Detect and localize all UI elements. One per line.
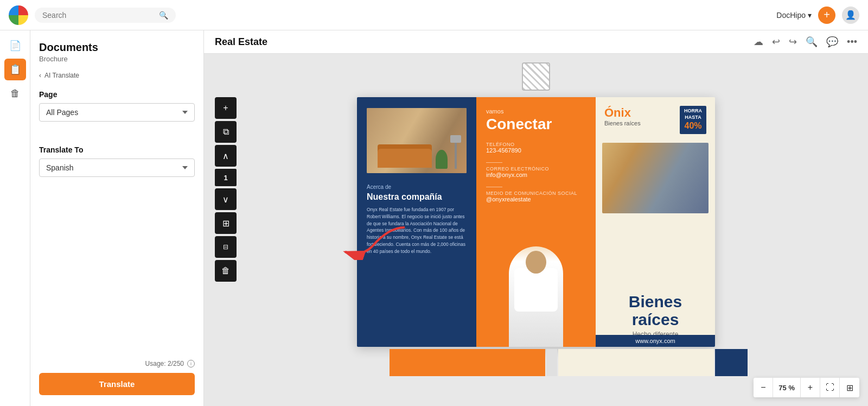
- brochure-panel-orange: vamos Conectar Teléfono 123-4567890 Corr…: [476, 97, 596, 347]
- back-chevron: ‹: [39, 72, 41, 79]
- grid-view2-button[interactable]: ⊟: [215, 236, 237, 258]
- horra-badge: HORRAHASTA40%: [680, 106, 706, 134]
- onix-title: Ónix: [604, 106, 641, 120]
- zoom-out-button[interactable]: −: [754, 378, 773, 397]
- brochure-panel-cream: Ónix Bienes raíces HORRAHASTA40% Bienes …: [596, 97, 715, 347]
- topbar-right: DocHipo ▾ + 👤: [776, 7, 859, 24]
- grid-zoom-button[interactable]: ⊞: [840, 378, 859, 397]
- canvas-header: Real Estate ☁ ↩ ↪ 🔍 💬 •••: [204, 30, 868, 54]
- undo-icon[interactable]: ↩: [772, 36, 780, 48]
- dochipo-logo[interactable]: [9, 5, 28, 25]
- panel-subtitle: Brochure: [39, 55, 195, 63]
- strip-orange: [390, 349, 545, 376]
- telefono-field: Teléfono 123-4567890: [486, 142, 586, 154]
- strip-blue: [715, 349, 748, 376]
- page-up-button[interactable]: ∧: [215, 145, 237, 167]
- page-section-label: Page: [39, 90, 195, 99]
- topbar: 🔍 DocHipo ▾ + 👤: [0, 0, 868, 30]
- correo-field: Correo electrónico info@onyx.com: [486, 166, 586, 178]
- search-canvas-icon[interactable]: 🔍: [806, 36, 818, 48]
- strip-white: [546, 349, 557, 376]
- translate-to-label: Translate To: [39, 145, 195, 154]
- cream-top: Ónix Bienes raíces HORRAHASTA40%: [596, 97, 715, 143]
- comment-icon[interactable]: 💬: [826, 36, 838, 48]
- fullscreen-button[interactable]: ⛶: [820, 378, 840, 397]
- add-page-button[interactable]: +: [215, 97, 237, 119]
- search-input[interactable]: [42, 11, 155, 20]
- language-dropdown[interactable]: Spanish French German Portuguese Italian: [39, 158, 195, 177]
- icon-sidebar: 📄 📋 🗑: [0, 30, 30, 406]
- sidebar-item-pages[interactable]: 📋: [4, 59, 26, 80]
- zoom-in-button[interactable]: +: [801, 378, 820, 397]
- left-panel: Documents Brochure ‹ AI Translate Page A…: [30, 30, 204, 406]
- about-text: Onyx Real Estate fue fundada en 1907 por…: [367, 206, 467, 255]
- onix-brand: Ónix Bienes raíces: [604, 106, 641, 126]
- canvas-area: Real Estate ☁ ↩ ↪ 🔍 💬 ••• + ⧉ ∧ 1 ∨ ⊞: [204, 30, 868, 406]
- translate-to-section: Translate To Spanish French German Portu…: [39, 135, 195, 177]
- telefono-label: Teléfono: [486, 142, 586, 147]
- page-dropdown[interactable]: All Pages Page 1 Page 2: [39, 103, 195, 122]
- medio-field: Medio de comunicación Social @onyxreales…: [486, 191, 586, 202]
- page-number: 1: [215, 169, 237, 186]
- zoom-controls: − 75 % + ⛶ ⊞: [754, 378, 859, 397]
- medio-label: Medio de comunicación Social: [486, 191, 586, 196]
- strip-cream: [558, 349, 714, 376]
- bottom-strip: [390, 349, 748, 376]
- canvas-body: + ⧉ ∧ 1 ∨ ⊞ ⊟ 🗑: [204, 54, 868, 406]
- canvas-tools: ☁ ↩ ↪ 🔍 💬 •••: [754, 36, 857, 48]
- cloud-save-icon[interactable]: ☁: [754, 36, 763, 48]
- copy-page-button[interactable]: ⧉: [215, 121, 237, 143]
- sidebar-item-document[interactable]: 📄: [4, 35, 26, 56]
- about-section: Acerca de Nuestra compañía Onyx Real Est…: [367, 184, 467, 255]
- interior-image: [602, 143, 709, 213]
- website-bar: www.onyx.com: [596, 335, 715, 347]
- contact-divider2: [486, 187, 502, 187]
- panel-title: Documents: [39, 41, 195, 54]
- user-avatar[interactable]: 👤: [842, 7, 859, 24]
- texture-icon: [522, 62, 550, 91]
- usage-text: Usage: 2/250: [145, 360, 184, 367]
- translate-button[interactable]: Translate: [39, 373, 195, 395]
- about-title: Nuestra compañía: [367, 192, 467, 202]
- dochipo-label[interactable]: DocHipo ▾: [776, 11, 812, 20]
- back-label: AI Translate: [44, 72, 79, 79]
- usage-info-icon[interactable]: i: [187, 360, 195, 367]
- bienes-title: Bienes raíces: [604, 293, 706, 328]
- contact-divider1: [486, 162, 502, 163]
- page-down-button[interactable]: ∨: [215, 188, 237, 210]
- brochure-panel-blue: Acerca de Nuestra compañía Onyx Real Est…: [357, 97, 476, 347]
- search-icon: 🔍: [159, 11, 168, 20]
- about-label: Acerca de: [367, 184, 467, 190]
- main-layout: 📄 📋 🗑 Documents Brochure ‹ AI Translate …: [0, 30, 868, 406]
- sidebar-item-trash[interactable]: 🗑: [4, 83, 26, 104]
- page-controls: + ⧉ ∧ 1 ∨ ⊞ ⊟ 🗑: [215, 97, 237, 282]
- vamos-label: vamos: [486, 108, 586, 115]
- canvas-title: Real Estate: [215, 36, 267, 48]
- usage-line: Usage: 2/250 i: [39, 349, 195, 367]
- add-button[interactable]: +: [818, 7, 835, 24]
- more-options-icon[interactable]: •••: [847, 36, 857, 48]
- grid-view-button[interactable]: ⊞: [215, 212, 237, 234]
- correo-label: Correo electrónico: [486, 166, 586, 172]
- redo-icon[interactable]: ↪: [789, 36, 797, 48]
- room-image: [367, 108, 467, 173]
- brochure-wrapper: Acerca de Nuestra compañía Onyx Real Est…: [357, 97, 748, 376]
- correo-value: info@onyx.com: [486, 172, 586, 178]
- delete-page-button[interactable]: 🗑: [215, 260, 237, 282]
- medio-value: @onyxrealestate: [486, 196, 586, 202]
- agent-image: [501, 238, 571, 347]
- language-dropdown-wrapper: Spanish French German Portuguese Italian: [39, 158, 195, 177]
- conectar-title: Conectar: [486, 116, 586, 133]
- onix-subtitle: Bienes raíces: [604, 120, 641, 126]
- brochure: Acerca de Nuestra compañía Onyx Real Est…: [357, 97, 715, 347]
- search-bar[interactable]: 🔍: [35, 8, 176, 23]
- back-to-translate[interactable]: ‹ AI Translate: [39, 72, 195, 79]
- telefono-value: 123-4567890: [486, 147, 586, 154]
- zoom-value: 75 %: [773, 378, 801, 397]
